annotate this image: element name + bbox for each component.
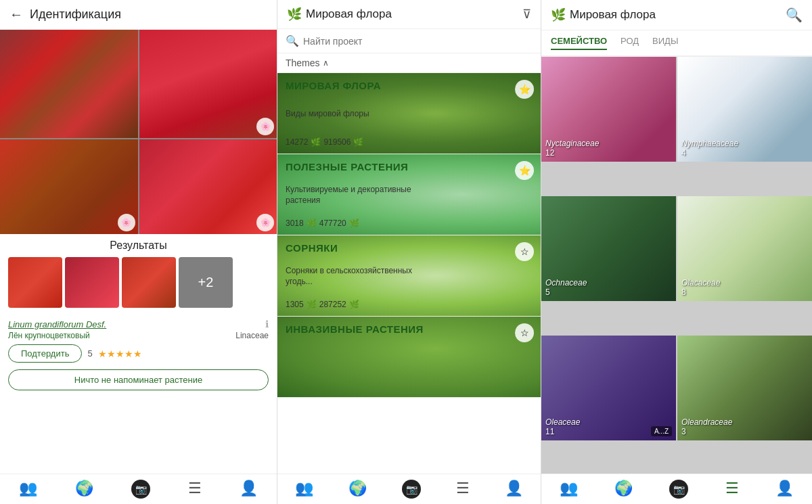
nav2-people-icon[interactable]: 👥 — [295, 480, 313, 499]
flora-star-invasive[interactable]: ☆ — [515, 323, 534, 342]
flora-leaf-icon3: 🌿 — [307, 219, 317, 228]
tab-genus[interactable]: РОД — [621, 36, 639, 50]
photo-bottom-left[interactable]: 🌸 — [0, 139, 138, 234]
nav3-camera-icon[interactable]: 📷 — [669, 480, 688, 499]
search-input[interactable] — [303, 36, 533, 47]
flora-weeds-stat2: 287252 — [319, 300, 346, 309]
tab-species[interactable]: ВИДЫ — [652, 36, 678, 50]
panel1-title: Идентификация — [30, 7, 121, 22]
species-row2: Лён крупноцветковый Linaceae — [8, 331, 269, 340]
grid-cell-nymphaeaceae[interactable]: Nymphaeaceae 4 — [677, 57, 812, 162]
confirm-button[interactable]: Подтердить — [8, 344, 82, 363]
result-thumb-3[interactable] — [122, 257, 176, 308]
grid-label-ochnaceae: Ochnaceae 5 — [545, 278, 587, 297]
flora-leaf-icon4: 🌿 — [349, 219, 359, 228]
nav2-profile-icon[interactable]: 👤 — [505, 480, 523, 499]
flora-item-weeds-name: СОРНЯКИ — [286, 242, 533, 254]
nav3-people-icon[interactable]: 👥 — [560, 480, 578, 499]
panel-flora-grid: 🌿 Мировая флора 🔍 СЕМЕЙСТВО РОД ВИДЫ Nyc… — [541, 0, 812, 504]
grid-label-nymphaeaceae: Nymphaeaceae 4 — [681, 139, 738, 158]
flora-item-world-desc: Виды мировой флоры — [286, 109, 434, 120]
flora-item-invasive[interactable]: ИНВАЗИВНЫЕ РАСТЕНИЯ ☆ — [277, 317, 541, 398]
flower-icon-overlay-bl: 🌸 — [118, 214, 135, 231]
nav-camera-icon[interactable]: 📷 — [131, 480, 150, 499]
flora-leaf-icon2: 🌿 — [353, 137, 363, 147]
nav-people-icon[interactable]: 👥 — [19, 480, 37, 499]
grid-label-oleandraceae: Oleandraceae 3 — [681, 417, 732, 436]
flora-item-useful-desc: Культивируемые и декоративные растения — [286, 185, 434, 206]
results-title: Результаты — [8, 239, 269, 252]
photo-large[interactable] — [0, 30, 138, 138]
flora-item-useful-content: ПОЛЕЗНЫЕ РАСТЕНИЯ Культивируемые и декор… — [277, 154, 541, 235]
confirm-row: Подтердить 5 ★★★★★ — [8, 344, 269, 363]
result-thumb-1[interactable] — [8, 257, 62, 308]
grid-cell-oleaceae[interactable]: Oleaceae 11 A...Z — [541, 336, 676, 440]
panel-world-flora-list: 🌿 Мировая флора ⊽ 🔍 Themes ∧ МИРОВАЯ ФЛО… — [277, 0, 541, 504]
results-thumbnails: +2 — [8, 257, 269, 308]
flora-star-world[interactable]: ⭐ — [515, 80, 534, 99]
nav2-menu-icon[interactable]: ☰ — [456, 480, 470, 499]
nothing-button[interactable]: Ничто не напоминает растение — [8, 369, 269, 390]
flora-item-weeds-desc: Сорняки в сельскохозяйственных угодь... — [286, 266, 434, 287]
az-badge: A...Z — [651, 426, 672, 436]
flora-item-world-name: МИРОВАЯ ФЛОРА — [286, 80, 533, 91]
photo-top-right[interactable]: 🌸 — [139, 30, 277, 138]
flora-grid: Nyctaginaceae 12 Nymphaeaceae 4 Ochnacea… — [541, 57, 812, 474]
result-thumb-2[interactable] — [65, 257, 119, 308]
grid-cell-nyctaginaceae[interactable]: Nyctaginaceae 12 — [541, 57, 676, 162]
grid-cell-oleandraceae[interactable]: Oleandraceae 3 — [677, 336, 812, 440]
results-section: Результаты +2 — [0, 234, 277, 313]
flora-star-useful[interactable]: ⭐ — [515, 161, 534, 180]
flora-stat1: 14272 — [286, 137, 308, 147]
flora-item-world-content: МИРОВАЯ ФЛОРА Виды мировой флоры 14272 🌿… — [277, 73, 541, 154]
flower-icon-overlay: 🌸 — [256, 118, 274, 135]
grid-cell-ochnaceae[interactable]: Ochnaceae 5 — [541, 196, 676, 301]
nav-profile-icon[interactable]: 👤 — [240, 480, 258, 499]
flora-item-useful-stats: 3018 🌿 477720 🌿 — [286, 219, 533, 228]
species-family: Linaceae — [235, 331, 269, 340]
search-button-p3[interactable]: 🔍 — [786, 7, 803, 23]
flora-item-world[interactable]: МИРОВАЯ ФЛОРА Виды мировой флоры 14272 🌿… — [277, 73, 541, 154]
panel1-header: ← Идентификация — [0, 0, 277, 30]
photo-bottom-right[interactable]: 🌸 — [139, 139, 277, 234]
nav2-camera-icon[interactable]: 📷 — [402, 480, 421, 499]
flower-icon-overlay-br: 🌸 — [256, 214, 274, 231]
nav-menu-icon[interactable]: ☰ — [188, 480, 202, 499]
species-name-row: Linum grandiflorum Desf. ℹ — [8, 319, 269, 329]
grid-cell-olacaceae[interactable]: Olacaceae 8 — [677, 196, 812, 301]
tab-family[interactable]: СЕМЕЙСТВО — [551, 36, 607, 50]
nav3-menu-icon[interactable]: ☰ — [725, 480, 739, 499]
info-icon[interactable]: ℹ — [265, 319, 269, 329]
species-info: Linum grandiflorum Desf. ℹ Лён крупноцве… — [0, 313, 277, 365]
flora-stat2: 919506 — [323, 137, 351, 147]
flora-item-world-stats: 14272 🌿 919506 🌿 — [286, 137, 533, 147]
flora-item-weeds[interactable]: СОРНЯКИ Сорняки в сельскохозяйственных у… — [277, 235, 541, 317]
flora-useful-stat2: 477720 — [319, 219, 346, 228]
flora-weeds-stat1: 1305 — [286, 300, 304, 309]
nav3-profile-icon[interactable]: 👤 — [775, 480, 794, 499]
flora-useful-stat1: 3018 — [286, 219, 304, 228]
themes-label[interactable]: Themes — [286, 58, 320, 68]
nav3-globe-icon[interactable]: 🌍 — [614, 480, 633, 499]
back-button[interactable]: ← — [9, 7, 23, 22]
flora-star-weeds[interactable]: ☆ — [515, 242, 534, 261]
themes-row: Themes ∧ — [277, 53, 541, 73]
grid-label-oleaceae: Oleaceae 11 — [545, 417, 580, 436]
species-latin-name[interactable]: Linum grandiflorum Desf. — [8, 319, 106, 329]
panel3-nav: 👥 🌍 📷 ☰ 👤 — [541, 474, 812, 504]
nav2-globe-icon[interactable]: 🌍 — [348, 480, 367, 499]
flora-item-invasive-content: ИНВАЗИВНЫЕ РАСТЕНИЯ — [277, 317, 541, 397]
flora-item-invasive-name: ИНВАЗИВНЫЕ РАСТЕНИЯ — [286, 323, 533, 335]
panel3-header: 🌿 Мировая флора 🔍 — [541, 0, 812, 30]
nav-globe-icon[interactable]: 🌍 — [75, 480, 93, 499]
themes-chevron-icon[interactable]: ∧ — [323, 58, 329, 68]
flora-item-useful[interactable]: ПОЛЕЗНЫЕ РАСТЕНИЯ Культивируемые и декор… — [277, 154, 541, 235]
search-icon: 🔍 — [286, 35, 299, 47]
result-more[interactable]: +2 — [179, 257, 233, 308]
search-bar: 🔍 — [277, 29, 541, 53]
stars-rating: ★★★★★ — [98, 348, 142, 359]
filter-icon[interactable]: ⊽ — [522, 7, 531, 22]
panel3-tabs: СЕМЕЙСТВО РОД ВИДЫ — [541, 30, 812, 57]
panel3-title: Мировая флора — [570, 8, 656, 22]
flora-leaf-icon5: 🌿 — [307, 300, 317, 309]
